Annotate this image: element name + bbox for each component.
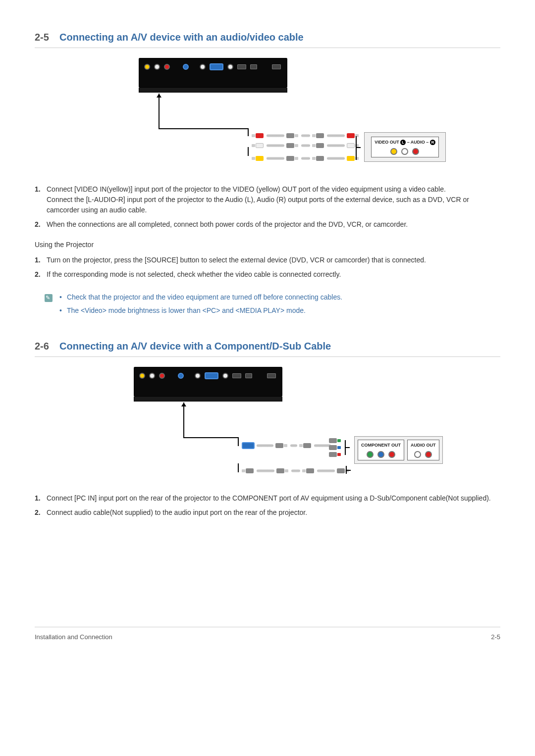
cable-path-icon — [159, 94, 160, 128]
step-text: Turn on the projector, press the [SOURCE… — [47, 255, 500, 265]
vga-port-icon — [210, 63, 223, 70]
cable-path-icon — [346, 470, 351, 471]
note-list: Check that the projector and the video e… — [59, 292, 342, 319]
step-number: 2. — [35, 507, 47, 518]
port-icon — [195, 373, 201, 379]
usb-port-icon — [245, 373, 252, 378]
step-text: Connect audio cable(Not supplied) to the… — [47, 507, 500, 518]
step-text: If the corresponding mode is not selecte… — [47, 269, 500, 280]
using-projector-subhead: Using the Projector — [35, 240, 500, 250]
cable-path-icon — [238, 463, 239, 472]
audio-r-icon: R — [430, 140, 435, 145]
audio-l-icon: L — [400, 140, 406, 145]
note-text: The <Video> mode brightness is lower tha… — [67, 305, 306, 316]
cable-path-icon — [356, 147, 361, 148]
port-icon — [139, 373, 145, 379]
port-icon — [222, 373, 228, 379]
rca-cable-red-icon — [252, 133, 360, 138]
step-number: 2. — [35, 269, 47, 280]
step-number: 1. — [35, 493, 47, 504]
cable-path-icon — [248, 147, 249, 156]
section2-steps: 1. Connect [PC IN] input port on the rea… — [35, 493, 500, 518]
note-text: Check that the projector and the video e… — [67, 292, 342, 302]
rca-cable-yellow-icon — [252, 156, 360, 161]
diagram-2-6: COMPONENT OUT AUDIO OUT — [35, 367, 500, 483]
port-icon — [227, 64, 233, 70]
video-in-port-icon — [144, 64, 150, 70]
section1-steps2: 1. Turn on the projector, press the [SOU… — [35, 255, 500, 280]
component-y-port-icon — [367, 451, 374, 458]
projector-rear-panel — [134, 367, 282, 397]
audio-r-port-icon — [164, 64, 170, 70]
port-icon — [178, 373, 184, 379]
video-out-label: VIDEO OUT — [374, 140, 400, 145]
footer-right: 2-5 — [491, 632, 500, 642]
rca-green-icon — [329, 438, 342, 443]
section1-steps: 1. Connect [VIDEO IN(yellow)] input port… — [35, 184, 500, 230]
list-item: 1. Connect [PC IN] input port on the rea… — [35, 493, 500, 504]
port-icon — [200, 64, 206, 70]
audio-out-label: AUDIO OUT — [411, 442, 436, 449]
cable-path-icon — [248, 128, 249, 136]
section-number: 2-6 — [35, 339, 59, 353]
component-pr-port-icon — [388, 451, 395, 458]
video-out-port-icon — [390, 148, 397, 155]
cable-path-icon — [238, 437, 239, 446]
cable-path-icon — [183, 437, 238, 438]
step-text: When the connections are all completed, … — [47, 219, 500, 230]
note-icon — [45, 294, 53, 302]
component-out-label: COMPONENT OUT — [361, 442, 401, 449]
port-icon — [183, 64, 189, 70]
cable-path-icon — [183, 403, 184, 437]
list-item: 1. Connect [VIDEO IN(yellow)] input port… — [35, 184, 500, 215]
rca-blue-icon — [329, 445, 342, 450]
note-item: The <Video> mode brightness is lower tha… — [59, 305, 342, 316]
dsub-component-cable-icon — [242, 442, 331, 449]
external-device-panel: VIDEO OUT L – AUDIO – R — [364, 132, 446, 162]
section-2-6-header: 2-6 Connecting an A/V device with a Comp… — [35, 339, 500, 357]
projector-rear-panel — [139, 58, 287, 88]
step-number: 2. — [35, 219, 47, 230]
section-title: Connecting an A/V device with an audio/v… — [59, 30, 304, 45]
ext-box-label: VIDEO OUT L – AUDIO – R — [374, 139, 435, 146]
step-number: 1. — [35, 255, 47, 265]
audio-l-port-icon — [401, 148, 408, 155]
component-pb-port-icon — [377, 451, 384, 458]
port-icon — [159, 373, 165, 379]
audio-label: – AUDIO – — [407, 140, 429, 145]
cable-path-icon — [356, 136, 357, 160]
list-item: 1. Turn on the projector, press the [SOU… — [35, 255, 500, 265]
list-item: 2. Connect audio cable(Not supplied) to … — [35, 507, 500, 518]
usb-port-icon — [250, 64, 257, 69]
hdmi-port-icon — [232, 373, 241, 378]
audio-r-port-icon — [412, 148, 419, 155]
step-text: Connect [PC IN] input port on the rear o… — [47, 493, 500, 504]
note-item: Check that the projector and the video e… — [59, 292, 342, 302]
cable-path-icon — [159, 128, 248, 129]
list-item: 2. When the connections are all complete… — [35, 219, 500, 230]
step-text: Connect [VIDEO IN(yellow)] input port of… — [47, 184, 500, 215]
audio-cable-icon — [242, 468, 350, 473]
section-number: 2-5 — [35, 30, 59, 45]
audio-l-port-icon — [414, 451, 421, 458]
cable-path-icon — [345, 447, 350, 448]
footer-left: Installation and Connection — [35, 632, 112, 642]
diagram-2-5: VIDEO OUT L – AUDIO – R — [35, 58, 500, 174]
section-2-5-header: 2-5 Connecting an A/V device with an aud… — [35, 30, 500, 48]
note-block: Check that the projector and the video e… — [45, 292, 500, 319]
list-item: 2. If the corresponding mode is not sele… — [35, 269, 500, 280]
pc-in-port-icon — [205, 372, 218, 379]
rca-red-icon — [329, 452, 342, 457]
audio-r-port-icon — [425, 451, 432, 458]
hdmi-port-icon — [237, 64, 246, 69]
external-device-panel: COMPONENT OUT AUDIO OUT — [354, 436, 443, 464]
port-icon — [149, 373, 155, 379]
page-footer: Installation and Connection 2-5 — [35, 627, 500, 642]
rca-cable-white-icon — [252, 143, 360, 148]
step-number: 1. — [35, 184, 47, 215]
power-port-icon — [272, 64, 281, 69]
section-title: Connecting an A/V device with a Componen… — [59, 339, 331, 353]
power-port-icon — [267, 373, 276, 378]
audio-l-port-icon — [154, 64, 160, 70]
